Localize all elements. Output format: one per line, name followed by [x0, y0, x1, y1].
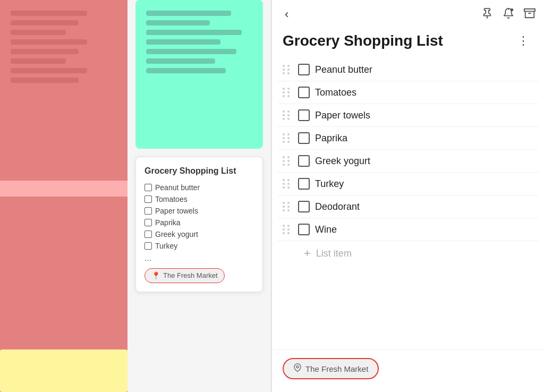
teal-blur-line	[146, 68, 226, 73]
teal-blur-line	[146, 39, 220, 45]
item-label: Paprika	[315, 133, 533, 144]
right-panel: ‹	[272, 0, 544, 392]
add-item-row: + List item	[277, 241, 539, 266]
svg-rect-3	[524, 8, 535, 11]
small-item-label: Paprika	[155, 218, 180, 227]
item-checkbox[interactable]	[298, 155, 310, 167]
teal-blur-line	[146, 58, 215, 64]
list-area: Peanut butter Tomatoes Paper towels	[272, 58, 544, 349]
drag-handle[interactable]	[283, 133, 291, 143]
title-row: Grocery Shopping List ⋮	[272, 27, 544, 58]
item-checkbox[interactable]	[298, 64, 310, 75]
item-label: Peanut butter	[315, 64, 533, 75]
blur-line	[11, 68, 87, 73]
list-item-row: Tomatoes	[277, 81, 539, 104]
blur-line	[11, 20, 79, 25]
drag-handle[interactable]	[283, 156, 291, 166]
blurred-content-left	[11, 11, 96, 87]
item-label: Greek yogurt	[315, 156, 533, 167]
small-list-item: Paper towels	[144, 207, 254, 215]
drag-handle[interactable]	[283, 202, 291, 211]
pin-icon: 📍	[151, 271, 160, 280]
blur-line	[11, 11, 87, 16]
svg-point-2	[511, 8, 514, 11]
bottom-area: The Fresh Market	[272, 349, 544, 392]
item-checkbox[interactable]	[298, 201, 310, 212]
small-checkbox	[144, 231, 152, 238]
blur-line	[11, 58, 66, 64]
small-list-item: Paprika	[144, 218, 254, 227]
item-checkbox[interactable]	[298, 178, 310, 190]
blur-line	[11, 49, 79, 54]
list-item-row: Turkey	[277, 173, 539, 195]
item-checkbox[interactable]	[298, 109, 310, 121]
item-label: Paper towels	[315, 110, 533, 121]
pink-stripe	[0, 181, 128, 197]
item-label: Tomatoes	[315, 87, 533, 98]
drag-handle[interactable]	[283, 225, 291, 234]
pin-icon[interactable]	[481, 7, 493, 22]
small-checkbox	[144, 207, 152, 215]
teal-blur-line	[146, 11, 231, 16]
list-item-row: Paper towels	[277, 104, 539, 127]
list-item-row: Paprika	[277, 127, 539, 150]
teal-blur-line	[146, 30, 242, 35]
drag-handle[interactable]	[283, 65, 291, 74]
small-checkbox	[144, 195, 152, 203]
item-label: Wine	[315, 224, 533, 235]
blur-line	[11, 78, 79, 83]
small-item-label: Paper towels	[155, 207, 198, 215]
small-checkbox	[144, 242, 152, 250]
small-item-label: Peanut butter	[155, 183, 200, 192]
reminder-icon[interactable]	[503, 7, 514, 22]
location-pin-icon	[293, 363, 302, 374]
small-item-label: Greek yogurt	[155, 230, 198, 238]
small-checkbox	[144, 184, 152, 191]
small-list-item: Greek yogurt	[144, 230, 254, 238]
drag-handle[interactable]	[283, 88, 291, 97]
drag-handle[interactable]	[283, 179, 291, 189]
list-item-row: Peanut butter	[277, 58, 539, 81]
teal-blur-line	[146, 49, 236, 54]
location-label-small: The Fresh Market	[163, 271, 218, 279]
item-label: Deodorant	[315, 201, 533, 212]
location-badge-large[interactable]: The Fresh Market	[283, 358, 379, 379]
location-badge-small[interactable]: 📍 The Fresh Market	[144, 268, 225, 283]
item-checkbox[interactable]	[298, 87, 310, 98]
drag-handle[interactable]	[283, 110, 291, 120]
small-checkbox	[144, 219, 152, 226]
blur-line	[11, 30, 66, 35]
svg-point-5	[296, 366, 299, 368]
note-title: Grocery Shopping List	[283, 32, 443, 49]
location-label-large: The Fresh Market	[305, 364, 368, 373]
toolbar-right	[481, 7, 536, 22]
teal-card	[135, 0, 263, 149]
add-item-placeholder[interactable]: List item	[316, 248, 352, 259]
small-list-item: Turkey	[144, 242, 254, 250]
left-panel: Grocery Shopping List Peanut butter Toma…	[0, 0, 271, 392]
list-item-row: Greek yogurt	[277, 150, 539, 173]
small-list-item: Tomatoes	[144, 195, 254, 203]
toolbar: ‹	[272, 0, 544, 27]
teal-blur-line	[146, 20, 210, 25]
back-button[interactable]: ‹	[280, 6, 293, 22]
small-item-label: Tomatoes	[155, 195, 188, 203]
yellow-card	[0, 350, 128, 392]
archive-icon[interactable]	[524, 7, 536, 22]
small-item-label: Turkey	[155, 242, 177, 250]
toolbar-left: ‹	[280, 6, 293, 22]
add-item-button[interactable]: +	[304, 246, 311, 260]
ellipsis: ...	[144, 253, 254, 263]
small-list-item: Peanut butter	[144, 183, 254, 192]
more-options-button[interactable]: ⋮	[513, 32, 533, 50]
pink-card	[0, 0, 128, 392]
blur-line	[11, 39, 87, 45]
list-item-row: Deodorant	[277, 195, 539, 218]
item-checkbox[interactable]	[298, 224, 310, 235]
list-item-row: Wine	[277, 218, 539, 241]
grocery-card-small: Grocery Shopping List Peanut butter Toma…	[135, 157, 263, 292]
item-checkbox[interactable]	[298, 132, 310, 144]
item-label: Turkey	[315, 178, 533, 190]
grocery-card-small-title: Grocery Shopping List	[144, 166, 254, 177]
